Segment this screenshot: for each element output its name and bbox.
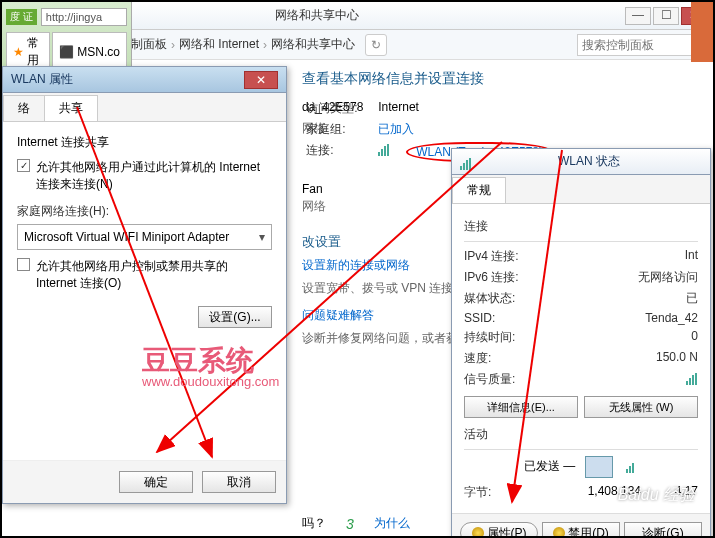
address-bar[interactable]: http://jingya bbox=[41, 8, 127, 26]
adapter-combobox[interactable]: Microsoft Virtual WIFI Miniport Adapter … bbox=[17, 224, 272, 250]
shield-icon bbox=[553, 527, 565, 538]
browser-fragment: 度 证 http://jingya ★常用 ⬛MSN.co bbox=[2, 2, 132, 66]
right-edge-decoration bbox=[691, 2, 713, 62]
speed-value: 150.0 N bbox=[554, 350, 698, 367]
adapter-value: Microsoft Virtual WIFI Miniport Adapter bbox=[24, 230, 229, 244]
cancel-button[interactable]: 取消 bbox=[202, 471, 276, 493]
question-number: 3 bbox=[346, 516, 354, 532]
msn-icon: ⬛ bbox=[59, 45, 74, 59]
disable-button[interactable]: 禁用(D) bbox=[542, 522, 620, 538]
media-label: 媒体状态: bbox=[464, 290, 554, 307]
breadcrumb-network-internet[interactable]: 网络和 Internet bbox=[179, 36, 259, 53]
sent-label: 已发送 — bbox=[524, 459, 575, 473]
speed-label: 速度: bbox=[464, 350, 554, 367]
question-link[interactable]: 为什么 bbox=[374, 515, 410, 532]
connection-section: 连接 bbox=[464, 218, 698, 235]
ipv6-value: 无网络访问 bbox=[554, 269, 698, 286]
ipv4-value: Int bbox=[554, 248, 698, 265]
search-input[interactable] bbox=[577, 34, 707, 56]
wlan-properties-dialog: WLAN 属性 ✕ 络 共享 Internet 连接共享 允许其他网络用户通过此… bbox=[2, 66, 287, 504]
access-type-label: 访问类型: bbox=[306, 100, 366, 117]
duration-label: 持续时间: bbox=[464, 329, 554, 346]
settings-button[interactable]: 设置(G)... bbox=[198, 306, 272, 328]
media-value: 已 bbox=[554, 290, 698, 307]
details-button[interactable]: 详细信息(E)... bbox=[464, 396, 578, 418]
tab-general[interactable]: 常规 bbox=[452, 177, 506, 203]
allow-share-checkbox[interactable] bbox=[17, 159, 30, 172]
ics-section-label: Internet 连接共享 bbox=[17, 134, 272, 151]
watermark-url: www.doudouxitong.com bbox=[142, 374, 279, 389]
ok-button[interactable]: 确定 bbox=[119, 471, 193, 493]
diagnose-button[interactable]: 诊断(G) bbox=[624, 522, 702, 538]
duration-value: 0 bbox=[554, 329, 698, 346]
activity-section: 活动 bbox=[464, 426, 698, 443]
cert-badge: 度 证 bbox=[6, 9, 37, 25]
refresh-button[interactable]: ↻ bbox=[365, 34, 387, 56]
access-type-value: Internet bbox=[378, 100, 419, 117]
ipv4-label: IPv4 连接: bbox=[464, 248, 554, 265]
signal-icon bbox=[460, 156, 476, 168]
breadcrumb-network-center[interactable]: 网络和共享中心 bbox=[271, 36, 355, 53]
properties-button[interactable]: 属性(P) bbox=[460, 522, 538, 538]
bottom-question-bar: 吗？ 3 为什么 bbox=[302, 515, 410, 532]
status-dialog-title: WLAN 状态 bbox=[476, 153, 702, 170]
home-connection-label: 家庭网络连接(H): bbox=[17, 203, 272, 220]
signal-bars-icon bbox=[682, 371, 698, 383]
ipv6-label: IPv6 连接: bbox=[464, 269, 554, 286]
dialog-close-button[interactable]: ✕ bbox=[244, 71, 278, 89]
allow-control-checkbox[interactable] bbox=[17, 258, 30, 271]
computer-icon bbox=[585, 456, 613, 478]
wlan-status-dialog: WLAN 状态 常规 连接 IPv4 连接:Int IPv6 连接:无网络访问 … bbox=[451, 148, 711, 538]
chevron-down-icon: ▾ bbox=[259, 230, 265, 244]
homegroup-label: 家庭组: bbox=[306, 121, 366, 138]
signal-icon bbox=[622, 459, 638, 471]
bytes-label: 字节: bbox=[464, 484, 554, 501]
allow-control-label: 允许其他网络用户控制或禁用共享的 Internet 连接(O) bbox=[36, 258, 272, 292]
tab-network[interactable]: 络 bbox=[3, 95, 45, 121]
wireless-properties-button[interactable]: 无线属性 (W) bbox=[584, 396, 698, 418]
baidu-watermark: Baidu 经验 bbox=[618, 485, 695, 506]
ssid-label: SSID: bbox=[464, 311, 554, 325]
allow-share-label: 允许其他网络用户通过此计算机的 Internet 连接来连接(N) bbox=[36, 159, 272, 193]
signal-icon bbox=[378, 142, 394, 154]
minimize-button[interactable]: — bbox=[625, 7, 651, 25]
ssid-value: Tenda_42 bbox=[554, 311, 698, 325]
breadcrumb[interactable]: ▦ › 控制面板 › 网络和 Internet › 网络和共享中心 bbox=[92, 36, 359, 53]
connection-label: 连接: bbox=[306, 142, 366, 162]
tab-sharing[interactable]: 共享 bbox=[44, 95, 98, 121]
signal-label: 信号质量: bbox=[464, 371, 554, 388]
maximize-button[interactable]: ☐ bbox=[653, 7, 679, 25]
homegroup-link[interactable]: 已加入 bbox=[378, 121, 414, 138]
dialog-title: WLAN 属性 bbox=[11, 71, 244, 88]
shield-icon bbox=[472, 527, 484, 538]
